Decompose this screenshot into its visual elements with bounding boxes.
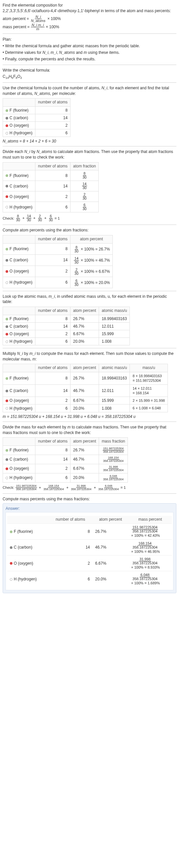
ms-mi: m_i <box>48 294 55 299</box>
element-dot-icon <box>6 270 8 273</box>
mm-mi: m_i <box>29 351 35 356</box>
plan-title: Plan: <box>3 36 176 42</box>
percent-cell: 20.0% <box>70 338 99 345</box>
table-row: F (fluorine) 8 26.7% 151.987225304358.18… <box>3 445 128 455</box>
th-mf-num: number of atoms <box>35 438 70 446</box>
massfrac-cell: 6.048358.187225304 <box>99 473 128 482</box>
massfrac-check: Check: 151.987225304358.187225304 + 168.… <box>3 485 176 491</box>
mass-cell: 15.999 <box>99 330 130 338</box>
element-dot-icon <box>6 318 8 320</box>
element-dot-icon <box>6 407 8 410</box>
th-mf-frac: mass fraction <box>99 438 128 446</box>
divider <box>3 146 176 147</box>
element-cell: F (fluorine) <box>3 315 35 322</box>
element-dot-icon <box>6 326 8 328</box>
plan-mi: m_i <box>50 50 57 55</box>
fraction-cell: 630 <box>70 202 99 212</box>
atomfrac-section-text: Divide each N_i by N_atoms to calculate … <box>3 149 176 160</box>
table-row: C (carbon) 14 <box>3 114 70 121</box>
atom-percent-table: number of atomsatom percent F (fluorine)… <box>3 235 113 288</box>
percent-cell: 20.0% <box>70 404 99 412</box>
ap-label: atom percent = <box>3 17 29 21</box>
intro-line1: Find the elemental composition for <box>3 3 63 7</box>
table-row: F (fluorine) 8 <box>3 106 70 114</box>
molmass-section-text: Multiply N_i by m_i to compute the mass … <box>3 351 176 362</box>
element-dot-icon <box>6 259 8 262</box>
divider <box>3 422 176 422</box>
fraction-cell: 830 <box>70 170 99 181</box>
cf-f: F <box>13 74 15 79</box>
atomic-mass-table: number of atomsatom percentatomic mass/u… <box>3 307 130 345</box>
amass-cell: 18.998403163 <box>99 372 130 384</box>
th-mm-num: number of atoms <box>35 364 70 372</box>
af-ni: N_i <box>24 149 30 154</box>
table-row: F (fluorine) 8 26.7% 18.998403163 <box>3 315 130 322</box>
element-cell: C (carbon) <box>3 322 35 330</box>
mm-a: Multiply <box>3 351 17 356</box>
count-cell: 8 <box>35 170 70 181</box>
element-cell: H (hydrogen) <box>3 277 35 288</box>
divider <box>3 493 176 494</box>
count-cell: 8 <box>35 243 70 254</box>
element-dot-icon <box>10 562 12 565</box>
table-row: O (oxygen) 2 6.67% 15.999 2 × 15.999 = 3… <box>3 397 168 404</box>
ap-den: N_atoms <box>31 19 45 23</box>
mp-label: mass percent = <box>3 25 30 29</box>
percent-cell: 46.7% <box>70 322 99 330</box>
element-dot-icon <box>6 340 8 343</box>
element-dot-icon <box>6 132 8 134</box>
percent-cell: 26.7% <box>70 372 99 384</box>
atom-count-table: number of atoms F (fluorine) 8 C (carbon… <box>3 98 70 137</box>
amass-cell: 15.999 <box>99 397 130 404</box>
percent-cell: 6.67% <box>70 464 99 473</box>
th-ap-num: number of atoms <box>35 235 70 243</box>
mass-section-text: Look up the atomic mass, m_i, in unified… <box>3 294 176 305</box>
answer-inner: number of atomsatom percentmass percent … <box>6 512 173 591</box>
plan-natoms: N_atoms <box>59 50 75 55</box>
element-cell: C (carbon) <box>3 181 35 191</box>
answer-box: Answer: number of atomsatom percentmass … <box>3 503 176 594</box>
element-cell: F (fluorine) <box>3 243 35 254</box>
element-cell: O (oxygen) <box>3 191 35 202</box>
atom-percent-cell: 46.7% <box>93 539 129 555</box>
table-row: O (oxygen) 2 6.67% 31.998358.187225304× … <box>7 555 172 571</box>
table-row: C (carbon) 14 46.7% 12.011 <box>3 322 130 330</box>
mass-percent-cell: 151.987225304358.187225304× 100% = 42.43… <box>129 524 172 539</box>
element-dot-icon <box>6 185 8 187</box>
element-cell: H (hydrogen) <box>3 338 35 345</box>
table-row: O (oxygen) 2 230 <box>3 191 99 202</box>
atompct-section-text: Compute atom percents using the atom fra… <box>3 227 176 233</box>
mf-a: Divide the mass for each element by <box>3 425 67 429</box>
mf-check-label: Check: <box>3 486 14 490</box>
atom-percent-cell: 26.7% <box>93 524 129 539</box>
table-row: F (fluorine) 8 26.7% 18.998403163 8 × 18… <box>3 372 168 384</box>
table-row: H (hydrogen) 6 <box>3 129 70 136</box>
percent-cell: 46.7% <box>70 455 99 464</box>
cf-on: 2 <box>20 76 22 80</box>
af-a: Divide each <box>3 149 24 154</box>
table-row: C (carbon) 14 1430 × 100% = 46.7% <box>3 254 113 266</box>
th-fn-apct: atom percent <box>93 516 129 524</box>
mf-m: m <box>67 425 70 429</box>
mass-calc-cell: 14 × 12.011= 168.154 <box>130 384 168 397</box>
element-cell: C (carbon) <box>3 254 35 266</box>
th-num: number of atoms <box>35 98 70 107</box>
mf-check-eq: = 1 <box>120 486 126 490</box>
table-row: H (hydrogen) 6 20.0% 1.008 6 × 1.008 = 6… <box>3 404 168 412</box>
table-row: H (hydrogen) 6 20.0% 6.048358.187225304 <box>3 473 128 482</box>
ap-num: N_i <box>35 15 41 19</box>
element-cell: F (fluorine) <box>7 524 48 539</box>
massfrac-section-text: Divide the mass for each element by m to… <box>3 425 176 436</box>
element-dot-icon <box>6 477 8 479</box>
mm-m: m <box>32 357 36 362</box>
count-cell: 6 <box>35 404 70 412</box>
intro-text: Find the elemental composition for 2,2',… <box>3 3 176 14</box>
element-dot-icon <box>6 400 8 402</box>
mass-percent-cell: 31.998358.187225304× 100% = 8.933% <box>129 555 172 571</box>
massfrac-cell: 168.154358.187225304 <box>99 455 128 464</box>
table-row: O (oxygen) 2 6.67% 15.999 <box>3 330 130 338</box>
fraction-cell: 230 <box>70 191 99 202</box>
ct-c: , per molecule: <box>50 91 76 96</box>
element-dot-icon <box>6 390 8 392</box>
count-cell: 2 <box>35 330 70 338</box>
